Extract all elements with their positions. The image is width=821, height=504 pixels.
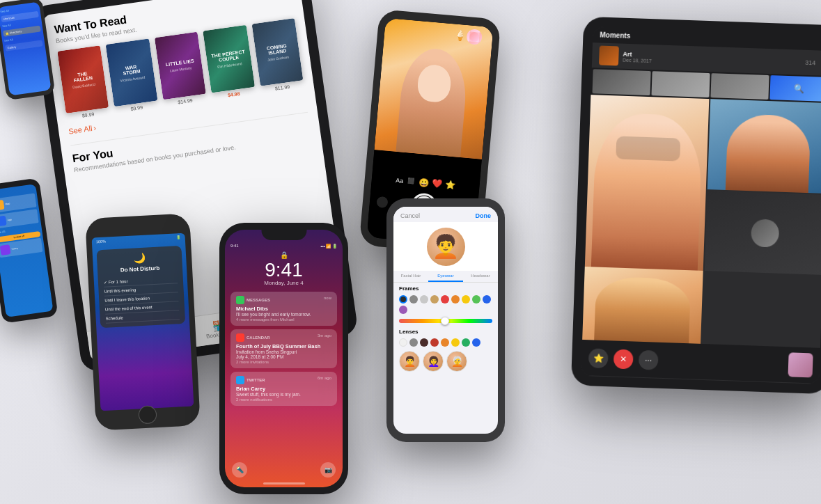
memoji-variant-3[interactable]: 🧑‍🦳 [446, 351, 467, 372]
memoji-done-button[interactable]: Done [476, 212, 492, 219]
album-thumbnail [599, 46, 619, 66]
album-info: Art Dec 18, 2017 [623, 50, 801, 68]
lens-red[interactable] [430, 338, 439, 347]
iphone-lockscreen: 9:41 ▪▪▪ 📶 🔋 🔒 9:41 Monday, June 4 MESSA… [219, 223, 348, 494]
facetime-cell-woman2 [582, 267, 703, 344]
lockscreen-status-bar: 9:41 ▪▪▪ 📶 🔋 [230, 244, 337, 249]
camera-photo-picker[interactable] [376, 196, 388, 208]
lens-gray[interactable] [409, 338, 418, 347]
color-yellow[interactable] [462, 295, 470, 304]
calendar-more: 2 more invitations [236, 360, 331, 364]
iphone-memoji: Cancel Done 🧑‍🦱 Facial Hair Eyewear Head… [386, 198, 505, 442]
color-gray[interactable] [409, 295, 418, 304]
calendar-icon [236, 333, 244, 342]
color-purple[interactable] [399, 306, 407, 314]
notification-calendar[interactable]: CALENDAR 3m ago Fourth of July BBQ Summe… [230, 329, 337, 368]
color-blue[interactable] [483, 295, 491, 304]
thumb-4-search: 🔍 [769, 75, 821, 102]
tab-eyewear[interactable]: Eyewear [428, 271, 463, 282]
calendar-time: 3m ago [318, 333, 331, 342]
color-slider[interactable] [399, 319, 492, 323]
facetime-cell-muted [705, 191, 821, 275]
se-status-bar: 100% 🔋 [92, 233, 185, 246]
scene: Want To Read Books you'd like to read ne… [0, 0, 821, 504]
memoji-lens-options: 🧑‍🦱 👩‍🦱 🧑‍🦳 [393, 349, 498, 374]
camera-emoji-3[interactable]: ⭐ [444, 180, 455, 190]
lens-clear[interactable] [399, 338, 407, 347]
twitter-more: 2 more notifications [236, 397, 331, 402]
book-4[interactable]: THE PERFECT COUPLE Elin Hilderbrand $4.9… [203, 25, 256, 100]
lens-yellow[interactable] [451, 338, 460, 347]
calendar-app-label: CALENDAR [247, 336, 270, 340]
memoji-cancel-button[interactable]: Cancel [400, 212, 420, 219]
lenses-label: Lenses [393, 326, 498, 336]
notification-messages[interactable]: MESSAGES now Michael Dibs I'll see you b… [230, 292, 337, 326]
lens-blue[interactable] [472, 338, 480, 347]
moments-title: Moments [600, 31, 630, 40]
messages-icon [236, 296, 244, 304]
ipad-facetime: Moments Art Dec 18, 2017 314 › 🔍 [571, 17, 821, 395]
book-2[interactable]: WARSTORM Victoria Aveyard $9.99 [106, 38, 159, 113]
app-store-item-3: Gallery [5, 40, 43, 51]
memoji-avatar-area: 🧑‍🦱 [393, 222, 498, 271]
frames-colors [393, 293, 498, 316]
camera-emoji-sticker[interactable]: 😀 [419, 178, 430, 188]
slider-thumb[interactable] [441, 317, 449, 325]
album-count: 314 [805, 59, 815, 67]
color-red[interactable] [441, 295, 449, 304]
ipad-appstore-small: See All Map App See All to start off Gal… [0, 178, 58, 323]
tab-headwear[interactable]: Headwear [463, 271, 498, 282]
facetime-end-call-button[interactable]: ✕ [613, 349, 634, 369]
camera-viewfinder: 🍦 [375, 18, 494, 159]
camera-shortcut-button[interactable]: 📷 [320, 462, 336, 478]
lock-icon: 🔒 [230, 251, 337, 259]
flashlight-button[interactable]: 🔦 [232, 462, 247, 478]
color-silver[interactable] [420, 295, 428, 304]
facetime-bottom-row [582, 267, 821, 348]
facetime-self-view [788, 352, 813, 377]
book-5[interactable]: COMING ISLAND John Grisham $11.99 [251, 18, 304, 93]
memoji-tabs: Facial Hair Eyewear Headwear [393, 271, 498, 283]
search-icon[interactable]: 🔍 [794, 84, 804, 94]
thumb-3 [710, 73, 769, 100]
color-gold[interactable] [430, 295, 439, 304]
book-2-title: WARSTORM [122, 63, 141, 77]
messages-app-label: MESSAGES [247, 298, 270, 302]
thumb-1 [593, 69, 651, 95]
notch [261, 230, 306, 240]
color-orange[interactable] [451, 295, 460, 304]
facetime-cell-woman [585, 95, 710, 271]
lenses-colors [393, 336, 498, 349]
lens-brown[interactable] [420, 338, 428, 347]
memoji-variant-2[interactable]: 👩‍🦱 [423, 351, 444, 372]
twitter-app-label: TWITTER [247, 378, 265, 382]
book-1[interactable]: THEFALLEN David Baldacci $9.99 [57, 45, 110, 120]
home-indicator [263, 482, 305, 485]
book-3[interactable]: LITTLE LIES Liane Moriarty $14.99 [155, 32, 208, 107]
dnd-option-1-label: For 1 hour [109, 279, 128, 284]
camera-emoji-2[interactable]: ❤️ [432, 178, 443, 189]
messages-body: I'll see you bright and early tomorrow. [236, 312, 331, 317]
calendar-event-title: Fourth of July BBQ Summer Bash [236, 343, 331, 349]
dnd-card-se: 🌙 Do Not Disturb ✓ For 1 hour Until this… [97, 246, 186, 328]
facetime-more-button[interactable]: ··· [639, 349, 659, 370]
color-green[interactable] [472, 295, 480, 304]
notification-twitter[interactable]: TWITTER 6m ago Brian Carey Sweet stuff, … [230, 372, 337, 406]
twitter-time: 6m ago [318, 376, 331, 384]
messages-sender: Michael Dibs [236, 306, 331, 312]
tab-facial-hair[interactable]: Facial Hair [393, 271, 428, 282]
thumb-2 [651, 71, 710, 97]
iphone-se-dnd: 100% 🔋 🌙 Do Not Disturb ✓ For 1 hour Unt… [85, 213, 201, 430]
lens-green[interactable] [462, 338, 470, 347]
lens-orange[interactable] [441, 338, 449, 347]
lockscreen-time: 9:41 [230, 260, 337, 280]
se-home-button[interactable] [138, 405, 157, 424]
memoji-variant-1[interactable]: 🧑‍🦱 [399, 351, 420, 372]
color-black[interactable] [399, 295, 407, 304]
facetime-video-grid [585, 95, 821, 275]
dnd-title-se: Do Not Disturb [103, 264, 177, 274]
facetime-cell-man [707, 99, 821, 194]
facetime-star-button[interactable]: ⭐ [588, 348, 609, 368]
checkmark-icon: ✓ [104, 280, 107, 285]
dnd-moon-icon: 🌙 [102, 250, 177, 265]
